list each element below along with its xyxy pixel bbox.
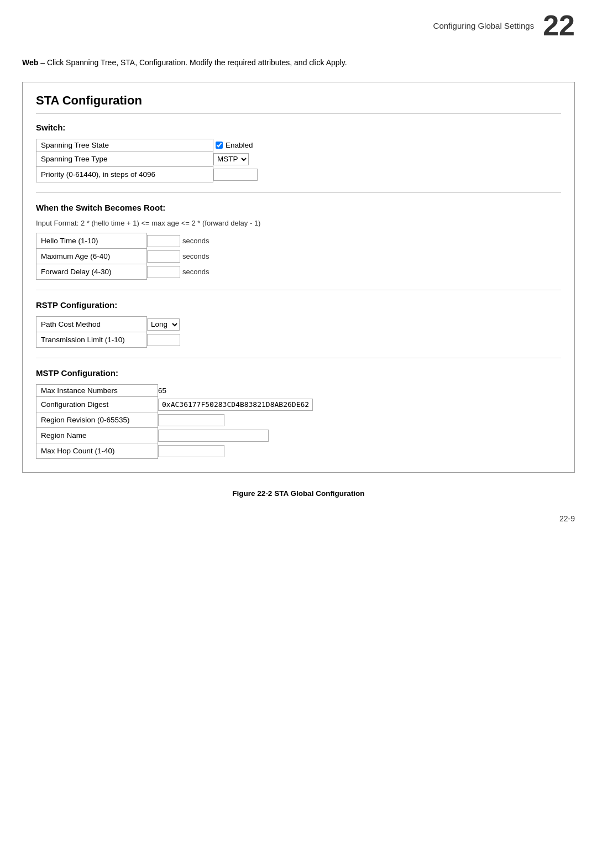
intro-rest: – Click Spanning Tree, STA, Configuratio…	[38, 58, 347, 67]
figure-caption: Figure 22-2 STA Global Configuration	[22, 489, 575, 498]
table-row: Max Instance Numbers 65	[36, 385, 561, 397]
divider-2	[36, 290, 561, 290]
region-name-value: 00 00 e8 aa aa 00	[158, 428, 561, 443]
root-table: Hello Time (1-10) 2 seconds Maximum Age …	[36, 233, 561, 280]
table-row: Maximum Age (6-40) 20 seconds	[36, 249, 561, 264]
region-revision-value: 0	[158, 412, 561, 428]
hello-time-row: 2 seconds	[147, 235, 557, 247]
hello-time-label: Hello Time (1-10)	[36, 233, 147, 249]
max-age-row: 20 seconds	[147, 250, 557, 263]
forward-delay-value: 15 seconds	[147, 264, 561, 280]
page-header: Configuring Global Settings 22	[22, 11, 575, 45]
path-cost-method-label: Path Cost Method	[36, 317, 147, 332]
table-row: Path Cost Method Long Short	[36, 317, 561, 332]
max-age-unit: seconds	[182, 252, 209, 260]
config-digest-value: 0xAC36177F50283CD4B83821D8AB26DE62	[158, 397, 561, 412]
table-row: Hello Time (1-10) 2 seconds	[36, 233, 561, 249]
spanning-tree-type-label: Spanning Tree Type	[36, 151, 213, 167]
region-name-label: Region Name	[36, 428, 158, 443]
spanning-tree-state-checkbox[interactable]	[216, 142, 223, 149]
divider-1	[36, 192, 561, 193]
spanning-tree-state-value: Enabled	[213, 139, 561, 151]
config-digest-label: Configuration Digest	[36, 397, 158, 412]
sta-config-title: STA Configuration	[36, 93, 561, 114]
max-age-input[interactable]: 20	[147, 250, 180, 263]
path-cost-method-value: Long Short	[147, 317, 561, 332]
forward-delay-unit: seconds	[182, 268, 209, 276]
forward-delay-input[interactable]: 15	[147, 266, 180, 278]
max-hop-count-label: Max Hop Count (1-40)	[36, 443, 158, 459]
max-instance-label: Max Instance Numbers	[36, 385, 158, 397]
spanning-tree-enabled-container: Enabled	[213, 141, 557, 149]
rstp-table: Path Cost Method Long Short Transmission…	[36, 316, 561, 348]
table-row: Priority (0-61440), in steps of 4096 327…	[36, 167, 561, 182]
table-row: Spanning Tree State Enabled	[36, 139, 561, 151]
transmission-limit-value: 3	[147, 332, 561, 348]
switch-table: Spanning Tree State Enabled Spanning Tre…	[36, 139, 561, 182]
table-row: Configuration Digest 0xAC36177F50283CD4B…	[36, 397, 561, 412]
max-instance-value: 65	[158, 385, 561, 397]
transmission-limit-input[interactable]: 3	[147, 334, 180, 346]
root-section-heading: When the Switch Becomes Root:	[36, 203, 561, 212]
root-hint-text: Input Format: 2 * (hello time + 1) <= ma…	[36, 219, 561, 227]
max-hop-count-input[interactable]: 20	[158, 445, 224, 457]
table-row: Region Name 00 00 e8 aa aa 00	[36, 428, 561, 443]
intro-bold: Web	[22, 58, 38, 67]
config-digest-text: 0xAC36177F50283CD4B83821D8AB26DE62	[158, 399, 313, 411]
max-hop-count-value: 20	[158, 443, 561, 459]
spanning-tree-type-select[interactable]: STP RSTP MSTP	[213, 153, 249, 165]
max-age-label: Maximum Age (6-40)	[36, 249, 147, 264]
spanning-tree-state-label: Spanning Tree State	[36, 139, 213, 151]
page-number: 22-9	[22, 514, 575, 523]
hello-time-unit: seconds	[182, 237, 209, 245]
max-age-value: 20 seconds	[147, 249, 561, 264]
intro-text: Web – Click Spanning Tree, STA, Configur…	[22, 56, 575, 69]
switch-section-heading: Switch:	[36, 123, 561, 132]
priority-input[interactable]: 32768	[213, 169, 258, 181]
chapter-title: Configuring Global Settings	[433, 21, 535, 30]
rstp-section-heading: RSTP Configuration:	[36, 300, 561, 310]
table-row: Transmission Limit (1-10) 3	[36, 332, 561, 348]
mstp-section-heading: MSTP Configuration:	[36, 368, 561, 378]
priority-label: Priority (0-61440), in steps of 4096	[36, 167, 213, 182]
forward-delay-label: Forward Delay (4-30)	[36, 264, 147, 280]
max-instance-text: 65	[158, 386, 166, 395]
spanning-tree-type-value: STP RSTP MSTP	[213, 151, 561, 167]
chapter-number: 22	[543, 11, 575, 40]
region-revision-label: Region Revision (0-65535)	[36, 412, 158, 428]
table-row: Forward Delay (4-30) 15 seconds	[36, 264, 561, 280]
table-row: Spanning Tree Type STP RSTP MSTP	[36, 151, 561, 167]
hello-time-input[interactable]: 2	[147, 235, 180, 247]
table-row: Region Revision (0-65535) 0	[36, 412, 561, 428]
forward-delay-row: 15 seconds	[147, 266, 558, 278]
table-row: Max Hop Count (1-40) 20	[36, 443, 561, 459]
sta-configuration-box: STA Configuration Switch: Spanning Tree …	[22, 82, 575, 473]
mstp-table: Max Instance Numbers 65 Configuration Di…	[36, 384, 561, 459]
transmission-limit-label: Transmission Limit (1-10)	[36, 332, 147, 348]
priority-value: 32768	[213, 167, 561, 182]
path-cost-method-select[interactable]: Long Short	[147, 318, 180, 331]
region-name-input[interactable]: 00 00 e8 aa aa 00	[158, 430, 269, 442]
spanning-tree-enabled-label: Enabled	[226, 141, 253, 149]
divider-3	[36, 358, 561, 358]
hello-time-value: 2 seconds	[147, 233, 561, 249]
region-revision-input[interactable]: 0	[158, 414, 224, 426]
